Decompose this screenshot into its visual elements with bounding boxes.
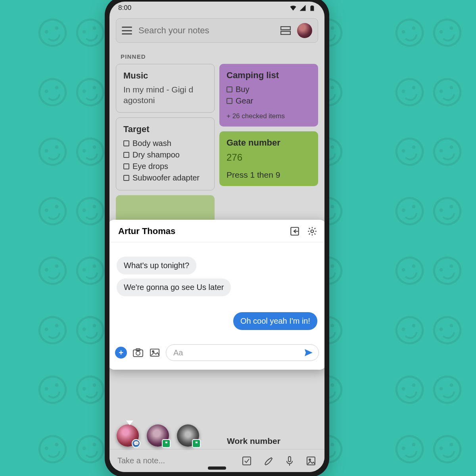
note-title: Camping list — [226, 70, 311, 81]
chat-message-outgoing: Oh cool yeah I'm in! — [233, 312, 317, 330]
add-attachment-button[interactable]: + — [115, 347, 127, 359]
image-icon[interactable] — [305, 455, 317, 466]
checkbox-icon[interactable] — [123, 140, 129, 146]
checkbox-icon[interactable] — [226, 98, 232, 104]
note-title: Gate number — [226, 138, 311, 148]
camera-icon[interactable] — [132, 348, 144, 357]
home-indicator[interactable] — [208, 466, 226, 470]
chat-text-input[interactable]: Aa — [166, 344, 319, 361]
send-icon[interactable] — [303, 348, 313, 357]
checkbox-icon[interactable] — [123, 163, 129, 169]
note-value: 276 — [226, 152, 311, 163]
status-right — [290, 4, 316, 12]
chat-contact-name: Artur Thomas — [118, 226, 282, 236]
chat-header: Artur Thomas — [109, 220, 324, 242]
checked-summary: + 26 checked items — [226, 112, 311, 120]
phone-frame: 8:00 Search your notes PINNED Music In m… — [105, 0, 329, 476]
phone-screen: 8:00 Search your notes PINNED Music In m… — [109, 2, 324, 472]
section-pinned-label: PINNED — [121, 53, 313, 60]
microphone-icon[interactable] — [284, 455, 295, 466]
note-body: In my mind - Gigi d agostoni — [123, 84, 207, 106]
status-bar: 8:00 — [109, 2, 324, 14]
checklist-item[interactable]: Gear — [226, 95, 311, 107]
checklist-item[interactable]: Body wash — [123, 138, 207, 149]
profile-avatar[interactable] — [297, 23, 312, 38]
list-view-icon[interactable] — [280, 26, 291, 35]
cell-signal-icon — [299, 4, 306, 12]
brush-icon[interactable] — [263, 455, 274, 466]
search-placeholder: Search your notes — [138, 25, 274, 36]
gear-icon[interactable] — [307, 226, 317, 236]
search-bar[interactable]: Search your notes — [116, 18, 318, 43]
checklist-item[interactable]: Dry shampoo — [123, 149, 207, 161]
bubble-pointer — [126, 420, 133, 425]
note-title: Target — [123, 124, 207, 134]
svg-rect-0 — [281, 27, 290, 30]
chat-head[interactable]: ❝ — [177, 424, 199, 447]
checkbox-icon[interactable] — [123, 175, 129, 181]
note-work-title[interactable]: Work number — [227, 436, 280, 446]
checkbox-icon[interactable] — [226, 86, 232, 92]
note-title: Music — [123, 71, 207, 81]
svg-rect-11 — [288, 457, 291, 462]
chat-body[interactable]: What's up tonight? We're gonna go see Us… — [109, 242, 324, 342]
svg-point-9 — [152, 351, 154, 352]
hangouts-badge-icon: ❝ — [162, 439, 171, 448]
note-target[interactable]: Target Body wash Dry shampoo Eye drops S… — [116, 117, 215, 190]
collapse-icon[interactable] — [290, 226, 300, 236]
menu-icon[interactable] — [122, 27, 132, 35]
hangouts-badge-icon: ❝ — [192, 439, 201, 448]
chat-message-incoming: What's up tonight? — [117, 257, 196, 274]
wifi-icon — [290, 4, 297, 12]
checklist-item[interactable]: Eye drops — [123, 161, 207, 172]
status-time: 8:00 — [118, 4, 131, 12]
note-body: Press 1 then 9 — [226, 170, 311, 180]
take-note-input[interactable]: Take a note... — [117, 456, 231, 465]
svg-rect-1 — [281, 31, 290, 35]
svg-point-4 — [311, 230, 314, 233]
checkbox-list-icon[interactable] — [241, 455, 252, 466]
note-camping[interactable]: Camping list Buy Gear + 26 checked items — [219, 64, 318, 127]
note-music[interactable]: Music In my mind - Gigi d agostoni — [116, 64, 215, 113]
chat-head[interactable]: ❝ — [147, 424, 169, 447]
note-gate[interactable]: Gate number 276 Press 1 then 9 — [219, 131, 318, 186]
chat-heads-row: 💬 ❝ ❝ — [117, 424, 199, 447]
checklist-item[interactable]: Buy — [226, 84, 311, 95]
chat-bubble-card: Artur Thomas What's up tonight? We're go… — [109, 220, 324, 370]
chat-message-incoming: We're gonna go see Us later — [117, 278, 231, 296]
battery-icon — [309, 4, 316, 12]
messages-app-badge-icon: 💬 — [132, 439, 140, 448]
svg-point-6 — [136, 351, 140, 355]
chat-input-row: + Aa — [109, 342, 324, 370]
image-icon[interactable] — [149, 348, 160, 357]
chat-head-active[interactable]: 💬 — [117, 424, 139, 447]
chat-input-placeholder: Aa — [173, 348, 183, 357]
svg-rect-10 — [243, 457, 251, 465]
svg-point-13 — [309, 459, 311, 461]
checkbox-icon[interactable] — [123, 152, 129, 158]
checklist-item[interactable]: Subwoofer adapter — [123, 172, 207, 184]
